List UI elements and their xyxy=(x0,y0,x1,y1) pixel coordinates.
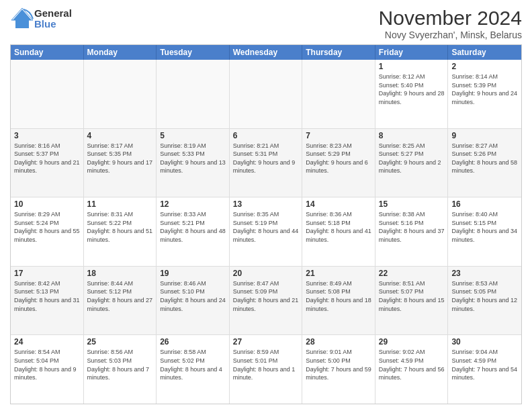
calendar-cell: 18Sunrise: 8:44 AMSunset: 5:12 PMDayligh… xyxy=(84,267,157,335)
month-title: November 2024 xyxy=(379,7,522,30)
day-number: 20 xyxy=(233,269,299,278)
day-number: 6 xyxy=(233,131,299,140)
day-number: 11 xyxy=(87,199,153,209)
day-info: Sunrise: 8:12 AMSunset: 5:40 PMDaylight:… xyxy=(379,73,445,106)
day-info: Sunrise: 8:56 AMSunset: 5:03 PMDaylight:… xyxy=(87,348,153,381)
calendar-cell xyxy=(11,60,84,128)
calendar-cell: 9Sunrise: 8:27 AMSunset: 5:26 PMDaylight… xyxy=(448,129,521,197)
day-number: 7 xyxy=(306,131,371,140)
day-info: Sunrise: 8:59 AMSunset: 5:01 PMDaylight:… xyxy=(233,348,299,381)
day-info: Sunrise: 8:38 AMSunset: 5:16 PMDaylight:… xyxy=(379,210,445,244)
day-number: 14 xyxy=(306,199,371,209)
day-info: Sunrise: 8:49 AMSunset: 5:08 PMDaylight:… xyxy=(306,279,371,313)
day-number: 3 xyxy=(14,131,80,140)
calendar-cell: 27Sunrise: 8:59 AMSunset: 5:01 PMDayligh… xyxy=(230,335,303,404)
day-info: Sunrise: 9:01 AMSunset: 5:00 PMDaylight:… xyxy=(306,348,371,381)
day-number: 8 xyxy=(379,131,445,140)
calendar-cell: 15Sunrise: 8:38 AMSunset: 5:16 PMDayligh… xyxy=(375,197,449,266)
day-number: 12 xyxy=(160,199,226,209)
calendar-row: 1Sunrise: 8:12 AMSunset: 5:40 PMDaylight… xyxy=(11,60,521,129)
day-info: Sunrise: 8:14 AMSunset: 5:39 PMDaylight:… xyxy=(451,73,518,106)
day-number: 29 xyxy=(379,337,445,347)
calendar-cell xyxy=(302,60,375,128)
day-number: 13 xyxy=(233,199,299,209)
day-info: Sunrise: 8:21 AMSunset: 5:31 PMDaylight:… xyxy=(233,142,299,175)
day-info: Sunrise: 8:23 AMSunset: 5:29 PMDaylight:… xyxy=(306,142,371,175)
day-number: 18 xyxy=(87,269,153,278)
calendar-cell: 14Sunrise: 8:36 AMSunset: 5:18 PMDayligh… xyxy=(302,197,375,266)
title-section: November 2024 Novy Svyerzhan', Minsk, Be… xyxy=(379,7,522,40)
calendar-cell xyxy=(230,60,303,128)
calendar-cell: 11Sunrise: 8:31 AMSunset: 5:22 PMDayligh… xyxy=(84,197,157,266)
calendar-cell: 2Sunrise: 8:14 AMSunset: 5:39 PMDaylight… xyxy=(448,60,521,128)
logo-icon xyxy=(10,7,34,31)
day-info: Sunrise: 9:04 AMSunset: 4:59 PMDaylight:… xyxy=(451,348,518,381)
day-info: Sunrise: 8:19 AMSunset: 5:33 PMDaylight:… xyxy=(160,142,226,175)
day-info: Sunrise: 8:17 AMSunset: 5:35 PMDaylight:… xyxy=(87,142,153,175)
page: General Blue November 2024 Novy Svyerzha… xyxy=(0,0,532,411)
header-thursday: Thursday xyxy=(302,45,375,60)
calendar-cell: 20Sunrise: 8:47 AMSunset: 5:09 PMDayligh… xyxy=(230,267,303,335)
header-saturday: Saturday xyxy=(448,45,521,60)
calendar-cell: 23Sunrise: 8:53 AMSunset: 5:05 PMDayligh… xyxy=(448,267,521,335)
calendar-cell xyxy=(157,60,230,128)
day-info: Sunrise: 8:46 AMSunset: 5:10 PMDaylight:… xyxy=(160,279,226,313)
calendar-cell: 5Sunrise: 8:19 AMSunset: 5:33 PMDaylight… xyxy=(157,129,230,197)
calendar-cell: 7Sunrise: 8:23 AMSunset: 5:29 PMDaylight… xyxy=(302,129,375,197)
day-info: Sunrise: 8:25 AMSunset: 5:27 PMDaylight:… xyxy=(379,142,445,175)
header-sunday: Sunday xyxy=(11,45,84,60)
day-number: 10 xyxy=(14,199,80,209)
day-number: 25 xyxy=(87,337,153,347)
calendar-cell: 19Sunrise: 8:46 AMSunset: 5:10 PMDayligh… xyxy=(157,267,230,335)
day-info: Sunrise: 8:54 AMSunset: 5:04 PMDaylight:… xyxy=(14,348,80,381)
day-number: 4 xyxy=(87,131,153,140)
logo-blue: Blue xyxy=(34,19,72,30)
calendar-cell: 16Sunrise: 8:40 AMSunset: 5:15 PMDayligh… xyxy=(448,197,521,266)
day-info: Sunrise: 9:02 AMSunset: 4:59 PMDaylight:… xyxy=(379,348,445,381)
header-wednesday: Wednesday xyxy=(230,45,303,60)
calendar-row: 24Sunrise: 8:54 AMSunset: 5:04 PMDayligh… xyxy=(11,335,521,404)
day-info: Sunrise: 8:51 AMSunset: 5:07 PMDaylight:… xyxy=(379,279,445,313)
day-info: Sunrise: 8:16 AMSunset: 5:37 PMDaylight:… xyxy=(14,142,80,175)
logo: General Blue xyxy=(10,7,72,31)
header-friday: Friday xyxy=(375,45,449,60)
day-info: Sunrise: 8:53 AMSunset: 5:05 PMDaylight:… xyxy=(451,279,518,313)
calendar-cell: 24Sunrise: 8:54 AMSunset: 5:04 PMDayligh… xyxy=(11,335,84,404)
day-number: 9 xyxy=(451,131,518,140)
day-info: Sunrise: 8:58 AMSunset: 5:02 PMDaylight:… xyxy=(160,348,226,381)
day-info: Sunrise: 8:27 AMSunset: 5:26 PMDaylight:… xyxy=(451,142,518,175)
calendar-body: 1Sunrise: 8:12 AMSunset: 5:40 PMDaylight… xyxy=(11,60,521,404)
day-number: 22 xyxy=(379,269,445,278)
day-number: 27 xyxy=(233,337,299,347)
calendar-cell: 22Sunrise: 8:51 AMSunset: 5:07 PMDayligh… xyxy=(375,267,449,335)
header-monday: Monday xyxy=(84,45,157,60)
subtitle: Novy Svyerzhan', Minsk, Belarus xyxy=(379,30,522,40)
calendar-cell: 4Sunrise: 8:17 AMSunset: 5:35 PMDaylight… xyxy=(84,129,157,197)
calendar-cell: 1Sunrise: 8:12 AMSunset: 5:40 PMDaylight… xyxy=(375,60,449,128)
logo-general: General xyxy=(34,8,72,19)
calendar-cell: 25Sunrise: 8:56 AMSunset: 5:03 PMDayligh… xyxy=(84,335,157,404)
calendar-cell xyxy=(84,60,157,128)
day-number: 16 xyxy=(451,199,518,209)
calendar-cell: 8Sunrise: 8:25 AMSunset: 5:27 PMDaylight… xyxy=(375,129,449,197)
logo-text: General Blue xyxy=(34,8,72,30)
calendar-cell: 17Sunrise: 8:42 AMSunset: 5:13 PMDayligh… xyxy=(11,267,84,335)
calendar-cell: 12Sunrise: 8:33 AMSunset: 5:21 PMDayligh… xyxy=(157,197,230,266)
day-number: 23 xyxy=(451,269,518,278)
calendar-cell: 21Sunrise: 8:49 AMSunset: 5:08 PMDayligh… xyxy=(302,267,375,335)
day-number: 24 xyxy=(14,337,80,347)
day-number: 17 xyxy=(14,269,80,278)
calendar-cell: 3Sunrise: 8:16 AMSunset: 5:37 PMDaylight… xyxy=(11,129,84,197)
day-number: 15 xyxy=(379,199,445,209)
day-info: Sunrise: 8:29 AMSunset: 5:24 PMDaylight:… xyxy=(14,210,80,244)
day-info: Sunrise: 8:35 AMSunset: 5:19 PMDaylight:… xyxy=(233,210,299,244)
calendar-row: 3Sunrise: 8:16 AMSunset: 5:37 PMDaylight… xyxy=(11,129,521,198)
day-info: Sunrise: 8:36 AMSunset: 5:18 PMDaylight:… xyxy=(306,210,371,244)
day-number: 26 xyxy=(160,337,226,347)
calendar-cell: 13Sunrise: 8:35 AMSunset: 5:19 PMDayligh… xyxy=(230,197,303,266)
calendar-cell: 26Sunrise: 8:58 AMSunset: 5:02 PMDayligh… xyxy=(157,335,230,404)
calendar-cell: 30Sunrise: 9:04 AMSunset: 4:59 PMDayligh… xyxy=(448,335,521,404)
calendar-row: 17Sunrise: 8:42 AMSunset: 5:13 PMDayligh… xyxy=(11,267,521,336)
day-number: 1 xyxy=(379,62,445,71)
header-tuesday: Tuesday xyxy=(157,45,230,60)
